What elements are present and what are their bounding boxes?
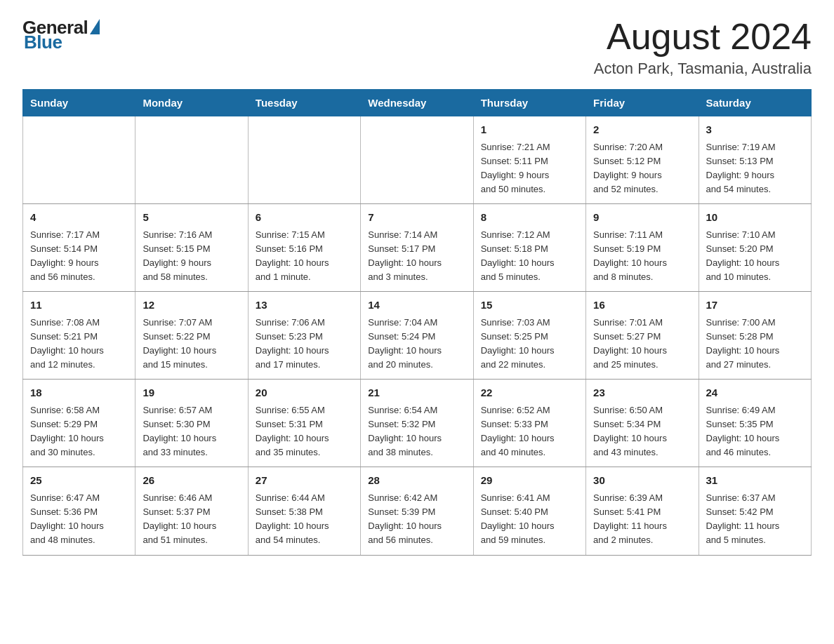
calendar-cell: 20Sunrise: 6:55 AMSunset: 5:31 PMDayligh… [248,380,360,467]
day-number: 21 [368,385,465,401]
calendar-cell: 29Sunrise: 6:41 AMSunset: 5:40 PMDayligh… [473,467,585,555]
day-number: 20 [256,385,353,401]
day-info: Sunrise: 7:12 AMSunset: 5:18 PMDaylight:… [481,228,578,285]
month-title: August 2024 [594,17,812,57]
day-info: Sunrise: 7:10 AMSunset: 5:20 PMDaylight:… [706,228,804,285]
calendar-cell: 30Sunrise: 6:39 AMSunset: 5:41 PMDayligh… [586,467,699,555]
day-number: 17 [706,297,804,314]
calendar-cell: 10Sunrise: 7:10 AMSunset: 5:20 PMDayligh… [699,204,811,292]
day-info: Sunrise: 6:42 AMSunset: 5:39 PMDaylight:… [368,491,465,548]
calendar-week-row: 4Sunrise: 7:17 AMSunset: 5:14 PMDaylight… [23,204,812,292]
day-number: 24 [706,385,804,401]
day-info: Sunrise: 6:37 AMSunset: 5:42 PMDaylight:… [706,491,804,548]
day-number: 10 [706,210,804,226]
logo-triangle-icon [90,19,100,34]
day-number: 14 [368,297,465,314]
day-number: 8 [481,210,578,226]
calendar-cell [361,116,473,204]
day-number: 13 [256,297,353,314]
day-info: Sunrise: 7:17 AMSunset: 5:14 PMDaylight:… [30,228,128,285]
day-number: 6 [256,210,353,226]
calendar-cell: 9Sunrise: 7:11 AMSunset: 5:19 PMDaylight… [586,204,699,292]
calendar-week-row: 1Sunrise: 7:21 AMSunset: 5:11 PMDaylight… [23,116,812,204]
title-area: August 2024 Acton Park, Tasmania, Austra… [594,17,812,78]
day-info: Sunrise: 6:57 AMSunset: 5:30 PMDaylight:… [143,403,240,460]
calendar-week-row: 25Sunrise: 6:47 AMSunset: 5:36 PMDayligh… [23,467,812,555]
day-info: Sunrise: 6:58 AMSunset: 5:29 PMDaylight:… [30,403,128,460]
calendar-header-sunday: Sunday [23,90,135,116]
calendar-cell: 19Sunrise: 6:57 AMSunset: 5:30 PMDayligh… [135,380,248,467]
day-number: 1 [481,122,578,138]
calendar-cell: 4Sunrise: 7:17 AMSunset: 5:14 PMDaylight… [23,204,135,292]
calendar-header-wednesday: Wednesday [361,90,473,116]
calendar-cell: 21Sunrise: 6:54 AMSunset: 5:32 PMDayligh… [361,380,473,467]
calendar-cell: 8Sunrise: 7:12 AMSunset: 5:18 PMDaylight… [473,204,585,292]
calendar-cell: 26Sunrise: 6:46 AMSunset: 5:37 PMDayligh… [135,467,248,555]
calendar-cell: 2Sunrise: 7:20 AMSunset: 5:12 PMDaylight… [586,116,699,204]
day-number: 28 [368,473,465,489]
calendar-header-tuesday: Tuesday [248,90,360,116]
day-number: 26 [143,473,240,489]
calendar-cell: 22Sunrise: 6:52 AMSunset: 5:33 PMDayligh… [473,380,585,467]
day-number: 22 [481,385,578,401]
calendar-cell: 12Sunrise: 7:07 AMSunset: 5:22 PMDayligh… [135,292,248,380]
day-number: 15 [481,297,578,314]
day-number: 7 [368,210,465,226]
day-info: Sunrise: 7:08 AMSunset: 5:21 PMDaylight:… [30,316,128,373]
day-info: Sunrise: 6:49 AMSunset: 5:35 PMDaylight:… [706,403,804,460]
day-number: 19 [143,385,240,401]
day-number: 4 [30,210,128,226]
day-number: 27 [256,473,353,489]
calendar-header-thursday: Thursday [473,90,585,116]
calendar-cell [248,116,360,204]
day-info: Sunrise: 7:01 AMSunset: 5:27 PMDaylight:… [593,316,691,373]
day-info: Sunrise: 6:54 AMSunset: 5:32 PMDaylight:… [368,403,465,460]
calendar-cell: 17Sunrise: 7:00 AMSunset: 5:28 PMDayligh… [699,292,811,380]
day-info: Sunrise: 6:46 AMSunset: 5:37 PMDaylight:… [143,491,240,548]
day-number: 5 [143,210,240,226]
day-number: 2 [593,122,691,138]
logo-blue-text: Blue [22,32,62,53]
day-number: 16 [593,297,691,314]
day-info: Sunrise: 6:52 AMSunset: 5:33 PMDaylight:… [481,403,578,460]
calendar-cell: 24Sunrise: 6:49 AMSunset: 5:35 PMDayligh… [699,380,811,467]
calendar-cell: 1Sunrise: 7:21 AMSunset: 5:11 PMDaylight… [473,116,585,204]
calendar-cell: 5Sunrise: 7:16 AMSunset: 5:15 PMDaylight… [135,204,248,292]
day-info: Sunrise: 6:41 AMSunset: 5:40 PMDaylight:… [481,491,578,548]
day-info: Sunrise: 7:19 AMSunset: 5:13 PMDaylight:… [706,140,804,197]
day-info: Sunrise: 6:47 AMSunset: 5:36 PMDaylight:… [30,491,128,548]
day-info: Sunrise: 7:11 AMSunset: 5:19 PMDaylight:… [593,228,691,285]
calendar-cell [135,116,248,204]
calendar-cell: 11Sunrise: 7:08 AMSunset: 5:21 PMDayligh… [23,292,135,380]
day-number: 9 [593,210,691,226]
day-number: 12 [143,297,240,314]
day-info: Sunrise: 7:07 AMSunset: 5:22 PMDaylight:… [143,316,240,373]
calendar-cell: 27Sunrise: 6:44 AMSunset: 5:38 PMDayligh… [248,467,360,555]
calendar-header-monday: Monday [135,90,248,116]
calendar-table: SundayMondayTuesdayWednesdayThursdayFrid… [22,89,812,555]
calendar-cell: 25Sunrise: 6:47 AMSunset: 5:36 PMDayligh… [23,467,135,555]
day-number: 29 [481,473,578,489]
calendar-header-friday: Friday [586,90,699,116]
day-info: Sunrise: 6:55 AMSunset: 5:31 PMDaylight:… [256,403,353,460]
calendar-week-row: 18Sunrise: 6:58 AMSunset: 5:29 PMDayligh… [23,380,812,467]
calendar-cell: 28Sunrise: 6:42 AMSunset: 5:39 PMDayligh… [361,467,473,555]
calendar-cell: 3Sunrise: 7:19 AMSunset: 5:13 PMDaylight… [699,116,811,204]
calendar-cell: 6Sunrise: 7:15 AMSunset: 5:16 PMDaylight… [248,204,360,292]
day-info: Sunrise: 7:21 AMSunset: 5:11 PMDaylight:… [481,140,578,197]
calendar-cell [23,116,135,204]
calendar-cell: 15Sunrise: 7:03 AMSunset: 5:25 PMDayligh… [473,292,585,380]
calendar-cell: 14Sunrise: 7:04 AMSunset: 5:24 PMDayligh… [361,292,473,380]
day-info: Sunrise: 7:03 AMSunset: 5:25 PMDaylight:… [481,316,578,373]
day-info: Sunrise: 6:39 AMSunset: 5:41 PMDaylight:… [593,491,691,548]
day-number: 31 [706,473,804,489]
day-info: Sunrise: 7:04 AMSunset: 5:24 PMDaylight:… [368,316,465,373]
calendar-header-saturday: Saturday [699,90,811,116]
day-info: Sunrise: 7:06 AMSunset: 5:23 PMDaylight:… [256,316,353,373]
calendar-cell: 31Sunrise: 6:37 AMSunset: 5:42 PMDayligh… [699,467,811,555]
day-number: 11 [30,297,128,314]
calendar-cell: 13Sunrise: 7:06 AMSunset: 5:23 PMDayligh… [248,292,360,380]
day-info: Sunrise: 6:50 AMSunset: 5:34 PMDaylight:… [593,403,691,460]
location-subtitle: Acton Park, Tasmania, Australia [594,60,812,78]
logo: General Blue [22,17,100,53]
